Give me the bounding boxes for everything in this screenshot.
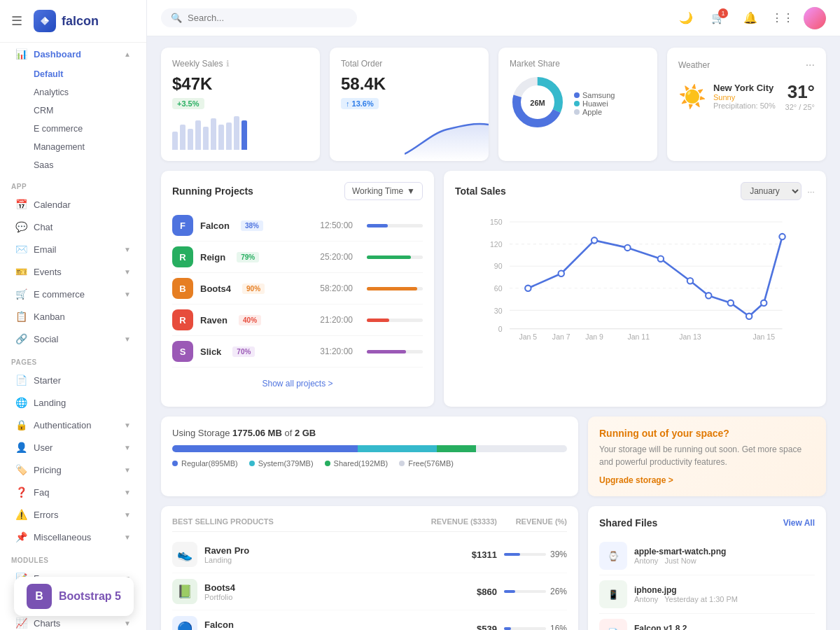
running-projects-header: Running Projects Working Time ▼ [172, 182, 423, 200]
sidebar-item-dashboard[interactable]: 📊 Dashboard ▲ [4, 43, 142, 64]
weather-more-button[interactable]: ··· [806, 59, 815, 71]
bs-pct-value: 26% [550, 587, 567, 596]
bootstrap-logo: B [27, 584, 52, 609]
chevron-icon: ▼ [124, 268, 131, 276]
total-order-badge: ↑ 13.6% [341, 98, 379, 109]
storage-title: Using Storage 1775.06 MB of 2 GB [172, 428, 567, 438]
sidebar-item-kanban[interactable]: 📋 Kanban [4, 306, 142, 327]
sidebar-item-analytics[interactable]: Analytics [4, 84, 142, 101]
total-sales-more-button[interactable]: ··· [807, 186, 815, 197]
chevron-icon: ▼ [124, 489, 131, 496]
working-time-dropdown[interactable]: Working Time ▼ [344, 182, 423, 200]
bs-revenue: $539 [413, 624, 497, 631]
sf-thumb: ⌚ [599, 542, 627, 570]
running-projects-card: Running Projects Working Time ▼ F Falcon… [161, 171, 434, 407]
weather-title: Weather [678, 60, 710, 70]
market-share-card: Market Share 26M Samsung Huawei Apple [498, 48, 657, 161]
total-order-card: Total Order 58.4K ↑ 13.6% [330, 48, 489, 161]
mini-bar-item [226, 122, 232, 150]
dashboard-icon: 📊 [15, 48, 27, 59]
project-row: B Boots4 90% 58:20:00 [172, 273, 423, 304]
upgrade-link[interactable]: Upgrade storage > [599, 475, 815, 485]
show-all-projects-link[interactable]: Show all projects > [172, 372, 423, 396]
sf-info: apple-smart-watch.png Antony Just Now [634, 547, 815, 565]
view-all-files-link[interactable]: View All [783, 518, 815, 528]
cart-button[interactable]: 🛒 1 [707, 7, 729, 29]
sidebar-item-ecommerce-dash[interactable]: E commerce [4, 120, 142, 137]
svg-text:60: 60 [494, 284, 503, 293]
project-badge: 38% [241, 220, 263, 231]
project-badge: 79% [237, 252, 259, 262]
sidebar-item-email[interactable]: ✉️ Email ▼ [4, 239, 142, 260]
sidebar-item-management[interactable]: Management [4, 139, 142, 155]
bs-rev-pct: 39% [497, 550, 567, 559]
bs-name: Boots4 [204, 582, 235, 593]
bs-rev-pct: 16% [497, 624, 567, 630]
weather-sun-icon: ☀️ [678, 83, 706, 110]
sidebar-item-user[interactable]: 👤 User ▼ [4, 437, 142, 458]
sidebar-item-events[interactable]: 🎫 Events ▼ [4, 261, 142, 282]
sidebar-item-saas[interactable]: Saas [4, 157, 142, 174]
running-projects-title: Running Projects [172, 186, 253, 197]
bootstrap-badge[interactable]: B Bootstrap 5 [14, 577, 134, 616]
weather-content: ☀️ New York City Sunny Precipitation: 50… [678, 81, 815, 111]
svg-point-15 [525, 286, 531, 291]
sidebar-item-starter[interactable]: 📄 Starter [4, 370, 142, 391]
svg-point-24 [761, 300, 766, 306]
project-avatar: R [172, 309, 193, 330]
middle-row: Running Projects Working Time ▼ F Falcon… [161, 171, 826, 407]
sidebar-item-default[interactable]: Default [4, 66, 142, 83]
month-select[interactable]: JanuaryFebruaryMarch [741, 182, 802, 200]
svg-text:30: 30 [494, 307, 503, 315]
project-progress-bar [367, 255, 423, 259]
svg-text:Jan 7: Jan 7 [552, 332, 570, 341]
grid-menu-button[interactable]: ⋮⋮ [771, 7, 794, 29]
svg-point-20 [687, 278, 693, 284]
market-share-title: Market Share [510, 59, 646, 69]
svg-text:150: 150 [490, 218, 503, 226]
project-row: R Reign 79% 25:20:00 [172, 241, 423, 273]
sidebar-item-authentication[interactable]: 🔒 Authentication ▼ [4, 414, 142, 435]
sidebar-item-faq[interactable]: ❓ Faq ▼ [4, 482, 142, 503]
sidebar-item-landing[interactable]: 🌐 Landing [4, 392, 142, 413]
user-avatar[interactable] [804, 7, 826, 29]
market-share-legend: Samsung Huawei Apple [574, 91, 615, 116]
total-sales-controls: JanuaryFebruaryMarch ··· [741, 182, 815, 200]
project-time: 12:50:00 [320, 220, 353, 230]
project-row: F Falcon 38% 12:50:00 [172, 210, 423, 241]
sidebar-item-chat[interactable]: 💬 Chat [4, 216, 142, 237]
sidebar-item-calendar[interactable]: 📅 Calendar [4, 194, 142, 215]
shared-files-title: Shared Files [599, 517, 657, 528]
chevron-icon: ▼ [124, 466, 131, 474]
sf-file-meta: Antony Just Now [634, 556, 815, 565]
project-progress-bar [367, 224, 423, 227]
sidebar-item-errors[interactable]: ⚠️ Errors ▼ [4, 504, 142, 525]
storage-card: Using Storage 1775.06 MB of 2 GB Regular… [161, 416, 578, 496]
shared-file-item: 📄 Falcon v1.8.2 Jane 27 Sep at 10:30 AM [599, 614, 815, 630]
project-progress-fill [367, 287, 417, 290]
shared-files-card: Shared Files View All ⌚ apple-smart-watc… [588, 506, 826, 630]
search-input[interactable] [188, 13, 347, 23]
weekly-sales-card: Weekly Sales ℹ $47K +3.5% [161, 48, 320, 161]
project-progress-fill [367, 350, 406, 354]
total-order-title: Total Order [341, 59, 477, 69]
theme-toggle-button[interactable]: 🌙 [675, 7, 697, 29]
project-row: S Slick 70% 31:20:00 [172, 336, 423, 368]
sf-file-name: apple-smart-watch.png [634, 547, 815, 556]
sidebar-item-social[interactable]: 🔗 Social ▼ [4, 328, 142, 349]
project-name: Falcon [200, 220, 230, 231]
notifications-button[interactable]: 🔔 [739, 7, 762, 29]
sidebar-item-miscellaneous[interactable]: 📌 Miscellaneous ▼ [4, 526, 142, 547]
mini-bar-item [211, 118, 216, 150]
search-box[interactable]: 🔍 [161, 8, 357, 27]
menu-toggle[interactable]: ☰ [11, 13, 22, 29]
svg-text:Jan 9: Jan 9 [585, 332, 603, 341]
bs-progress-bar [504, 553, 546, 556]
bs-revenue: $860 [413, 587, 497, 597]
sidebar-item-ecommerce[interactable]: 🛒 E commerce ▼ [4, 284, 142, 304]
sidebar-item-pricing[interactable]: 🏷️ Pricing ▼ [4, 459, 142, 480]
weekly-sales-badge: +3.5% [172, 98, 204, 109]
bs-pct-value: 16% [550, 624, 567, 630]
sidebar-item-crm[interactable]: CRM [4, 102, 142, 119]
total-sales-card: Total Sales JanuaryFebruaryMarch ··· [444, 171, 826, 407]
